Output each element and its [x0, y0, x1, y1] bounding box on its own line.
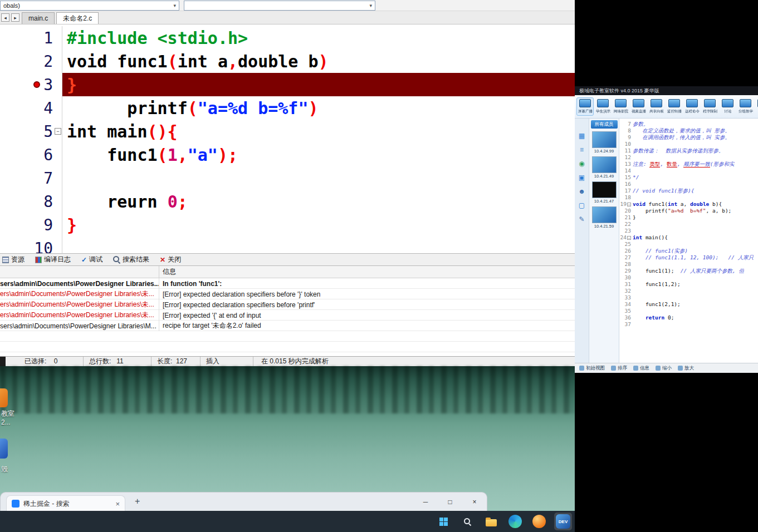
- desktop-shortcut-icon-2[interactable]: [0, 439, 8, 459]
- minimize-button[interactable]: ─: [413, 492, 438, 511]
- code-text: int main(){: [633, 234, 668, 241]
- error-row[interactable]: sers\admin\Documents\PowerDesigner Libra…: [0, 321, 575, 331]
- error-row[interactable]: ers\admin\Documents\PowerDesigner Librar…: [0, 299, 575, 310]
- toolbar-button-屏幕广播[interactable]: 屏幕广播: [576, 97, 594, 116]
- line-number: 9: [619, 134, 633, 141]
- bottom-bar-button-放大[interactable]: 放大: [678, 365, 694, 372]
- error-file-path: sers\admin\Documents\PowerDesigner Libra…: [0, 278, 159, 289]
- code-line: 3}: [0, 73, 575, 96]
- line-gutter[interactable]: 1: [0, 26, 62, 50]
- line-gutter[interactable]: 3: [0, 73, 62, 96]
- toolbar-button-远程命令[interactable]: 远程命令: [683, 97, 701, 116]
- tab-main-c[interactable]: main.c: [22, 12, 55, 24]
- line-gutter[interactable]: 2: [0, 50, 62, 73]
- line-gutter[interactable]: 5−: [0, 120, 62, 143]
- tab-resources[interactable]: 资源: [2, 255, 25, 264]
- breakpoint-dot[interactable]: [33, 81, 40, 88]
- monitor-icon: [722, 99, 733, 107]
- tab-unnamed2-c[interactable]: 未命名2.c: [56, 12, 99, 24]
- error-row[interactable]: ers\admin\Documents\PowerDesigner Librar…: [0, 289, 575, 299]
- grid-view-icon[interactable]: ▦: [578, 132, 586, 140]
- screen-icon[interactable]: ▣: [578, 174, 586, 182]
- desktop-shortcut-icon-1[interactable]: [0, 388, 8, 407]
- small-tool-icon: [656, 366, 661, 371]
- fold-toggle-icon[interactable]: −: [627, 236, 631, 240]
- taskbar-search-button[interactable]: [458, 513, 476, 530]
- tab-debug[interactable]: ✓ 调试: [81, 255, 102, 264]
- line-gutter[interactable]: 6: [0, 143, 62, 166]
- maximize-button[interactable]: □: [438, 492, 462, 511]
- edge-browser-button[interactable]: [506, 513, 524, 530]
- classroom-titlebar[interactable]: 极域电子教室软件 v4.0 2015 豪华版: [575, 86, 758, 95]
- close-button[interactable]: ×: [462, 492, 487, 511]
- toolbar-button-监控转播[interactable]: 监控转播: [666, 97, 683, 116]
- start-button[interactable]: [434, 513, 452, 530]
- student-thumbnail[interactable]: 10.4.21.47: [592, 181, 617, 204]
- browser-tab[interactable]: 稀土掘金 - 搜索 ×: [6, 495, 125, 511]
- code-line: 16: [619, 181, 758, 188]
- member-icon[interactable]: ☻: [578, 188, 586, 196]
- error-row[interactable]: ers\admin\Documents\PowerDesigner Librar…: [0, 310, 575, 321]
- code-line: 37: [619, 321, 758, 328]
- tab-scroll-right-button[interactable]: ▸: [11, 13, 19, 22]
- line-gutter[interactable]: 4: [0, 96, 62, 120]
- line-gutter[interactable]: 7: [0, 166, 62, 190]
- desktop-shortcut-label: 2...: [1, 418, 11, 426]
- toolbar-button-考试[interactable]: 考试: [755, 97, 758, 116]
- tab-scroll-left-button[interactable]: ◂: [1, 13, 9, 22]
- student-thumbnail[interactable]: 10.4.24.99: [592, 131, 617, 154]
- new-tab-button[interactable]: +: [135, 496, 140, 506]
- monitor-icon[interactable]: ▢: [578, 201, 586, 210]
- bottom-bar-button-初始视图[interactable]: 初始视图: [579, 365, 605, 372]
- dev-cpp-button[interactable]: DEV: [554, 513, 572, 530]
- code-line: 9 在调用函数时，传入的值，叫 实参。: [619, 134, 758, 141]
- line-number: 16: [619, 181, 633, 188]
- tab-close-icon[interactable]: ×: [115, 500, 120, 508]
- broadcast-icon[interactable]: ◉: [578, 160, 586, 168]
- error-file-column-header[interactable]: [0, 266, 159, 278]
- toolbar-button-学生演示[interactable]: 学生演示: [594, 97, 612, 116]
- browser-window-titlebar[interactable]: 稀土掘金 - 搜索 × + ─ □ ×: [0, 492, 487, 511]
- member-combobox[interactable]: ▾: [184, 1, 375, 11]
- toolbar-button-讨论[interactable]: 讨论: [719, 97, 736, 116]
- error-message-column-header[interactable]: 信息: [159, 266, 575, 278]
- toolbar-button-程序限制[interactable]: 程序限制: [701, 97, 718, 116]
- tab-compile-log[interactable]: 编译日志: [35, 255, 71, 264]
- toolbar-button-共享白板[interactable]: 共享白板: [648, 97, 665, 116]
- tab-search-results[interactable]: 搜索结果: [113, 255, 149, 264]
- tab-close[interactable]: ✕ 关闭: [160, 255, 181, 264]
- toolbar-button-视频直播[interactable]: 视频直播: [630, 97, 647, 116]
- line-number: 10: [34, 239, 53, 254]
- code-line: 11参数传递： 数据从实参传递到形参。: [619, 147, 758, 154]
- bottom-bar-label: 缩小: [662, 365, 672, 372]
- bottom-bar-button-排序[interactable]: 排序: [611, 365, 627, 372]
- bottom-bar-button-信息[interactable]: 信息: [633, 365, 649, 372]
- all-members-button[interactable]: 所有成员: [591, 120, 618, 129]
- line-gutter[interactable]: 10: [0, 237, 62, 253]
- line-number: 4: [43, 99, 53, 117]
- line-gutter[interactable]: 8: [0, 190, 62, 213]
- line-number: 2: [43, 52, 53, 71]
- line-gutter[interactable]: 9: [0, 213, 62, 237]
- list-view-icon[interactable]: ≡: [578, 146, 586, 154]
- file-explorer-button[interactable]: [482, 513, 500, 530]
- teacher-code-view: 7参数。8 在定义函数处，要求的值，叫 形参。9 在调用函数时，传入的值，叫 实…: [619, 119, 758, 363]
- code-text: void func1(int a,double b): [62, 50, 575, 73]
- code-text: func1(1,"a");: [62, 143, 575, 166]
- browser-button[interactable]: [530, 513, 548, 530]
- search-icon: [113, 256, 120, 263]
- fold-toggle-icon[interactable]: −: [627, 203, 631, 206]
- toolbar-button-label: 学生演示: [595, 109, 610, 114]
- code-editor[interactable]: 1#include <stdio.h>2void func1(int a,dou…: [0, 24, 575, 253]
- pen-icon[interactable]: ✎: [578, 215, 586, 224]
- toolbar-button-网络影院[interactable]: 网络影院: [612, 97, 629, 116]
- student-thumbnail[interactable]: 10.4.21.59: [592, 206, 617, 229]
- code-line: 23: [619, 228, 758, 234]
- tab-debug-label: 调试: [89, 255, 102, 264]
- scope-combobox[interactable]: obals) ▾: [0, 1, 179, 11]
- toolbar-button-分组教学[interactable]: 分组教学: [737, 97, 754, 116]
- fold-toggle-icon[interactable]: −: [55, 128, 61, 135]
- student-thumbnail[interactable]: 10.4.21.49: [592, 156, 617, 179]
- bottom-bar-button-缩小[interactable]: 缩小: [656, 365, 672, 372]
- error-row[interactable]: sers\admin\Documents\PowerDesigner Libra…: [0, 278, 575, 289]
